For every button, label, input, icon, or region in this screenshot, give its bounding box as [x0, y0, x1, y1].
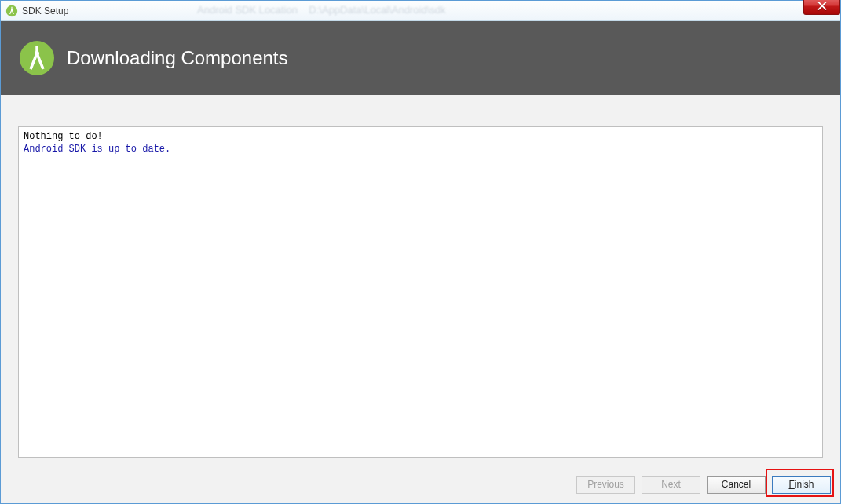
- sdk-setup-window: SDK Setup Android SDK Location D:\AppDat…: [0, 0, 841, 504]
- android-studio-icon: [5, 5, 18, 17]
- svg-point-1: [11, 9, 13, 10]
- previous-button: Previous: [576, 476, 635, 494]
- close-icon: [817, 2, 827, 10]
- window-title: SDK Setup: [22, 5, 68, 16]
- close-button[interactable]: [803, 0, 840, 15]
- log-output[interactable]: Nothing to do!Android SDK is up to date.: [18, 126, 823, 458]
- titlebar: SDK Setup Android SDK Location D:\AppDat…: [1, 1, 840, 21]
- svg-point-3: [35, 51, 39, 56]
- next-button: Next: [642, 476, 700, 494]
- log-line: Nothing to do!: [24, 130, 817, 143]
- log-line: Android SDK is up to date.: [24, 143, 817, 155]
- cancel-button[interactable]: Cancel: [707, 476, 766, 494]
- main-area: Nothing to do!Android SDK is up to date.: [1, 95, 840, 466]
- footer-buttons: Previous Next Cancel Finish: [1, 466, 840, 503]
- page-title: Downloading Components: [67, 47, 288, 69]
- header-banner: Downloading Components: [1, 21, 840, 95]
- background-blur-text: Android SDK Location D:\AppData\Local\An…: [197, 4, 446, 16]
- android-studio-logo: [18, 39, 56, 77]
- finish-button[interactable]: Finish: [772, 476, 831, 494]
- content-area: Downloading Components Nothing to do!And…: [1, 21, 840, 503]
